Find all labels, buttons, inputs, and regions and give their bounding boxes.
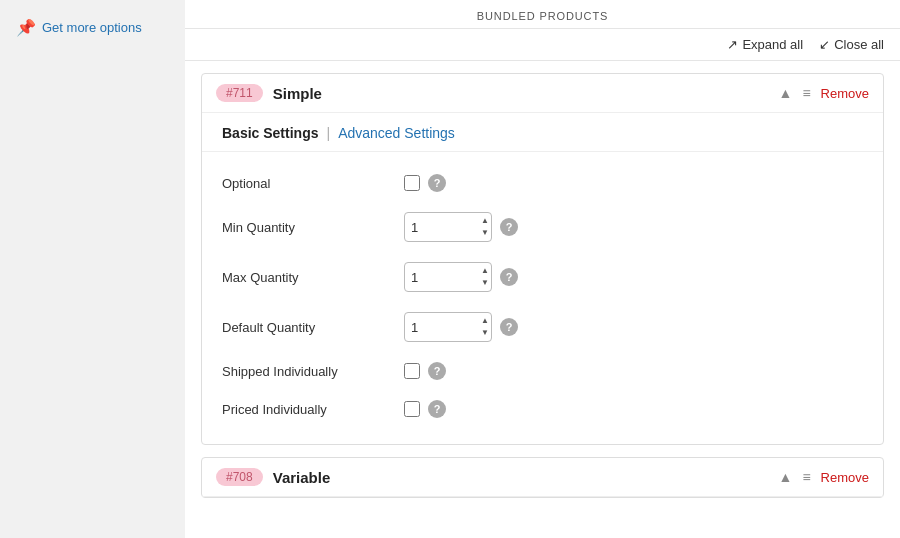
help-icon-default-quantity[interactable]: ? (500, 318, 518, 336)
sidebar: 📌 Get more options (0, 0, 185, 538)
control-priced-individually: ? (404, 400, 446, 418)
checkbox-optional[interactable] (404, 175, 420, 191)
field-row-default-quantity: Default Quantity ▲ ▼ ? (222, 302, 863, 352)
help-icon-max-quantity[interactable]: ? (500, 268, 518, 286)
checkbox-shipped-individually[interactable] (404, 363, 420, 379)
bundle-list: #711 Simple ▲ ≡ Remove Basic Settings | … (185, 61, 900, 538)
checkbox-priced-individually[interactable] (404, 401, 420, 417)
bundle-name-simple: Simple (273, 85, 769, 102)
settings-tabs-simple: Basic Settings | Advanced Settings (202, 113, 883, 152)
control-optional: ? (404, 174, 446, 192)
spinner-up-max[interactable]: ▲ (481, 265, 489, 277)
bundle-tag-711: #711 (216, 84, 263, 102)
label-optional: Optional (222, 176, 392, 191)
tab-basic-settings[interactable]: Basic Settings (222, 125, 318, 141)
expand-all-icon: ↗ (727, 37, 738, 52)
page-title: BUNDLED PRODUCTS (477, 10, 608, 22)
spinners-max: ▲ ▼ (481, 265, 489, 289)
tab-advanced-settings[interactable]: Advanced Settings (338, 125, 455, 141)
spinners-default: ▲ ▼ (481, 315, 489, 339)
input-default-quantity[interactable] (404, 312, 492, 342)
number-wrapper-min: ▲ ▼ (404, 212, 492, 242)
help-icon-priced-individually[interactable]: ? (428, 400, 446, 418)
header-actions-simple: ▲ ≡ Remove (779, 85, 869, 101)
field-row-shipped-individually: Shipped Individually ? (222, 352, 863, 390)
spinner-down-max[interactable]: ▼ (481, 277, 489, 289)
control-shipped-individually: ? (404, 362, 446, 380)
form-body-simple: Optional ? Min Quantity ▲ ▼ (202, 152, 883, 444)
sidebar-link-label: Get more options (42, 20, 142, 35)
remove-button-variable[interactable]: Remove (821, 470, 869, 485)
input-max-quantity[interactable] (404, 262, 492, 292)
control-max-quantity: ▲ ▼ ? (404, 262, 518, 292)
label-default-quantity: Default Quantity (222, 320, 392, 335)
number-wrapper-max: ▲ ▼ (404, 262, 492, 292)
spinners-min: ▲ ▼ (481, 215, 489, 239)
get-more-options-link[interactable]: 📌 Get more options (16, 18, 169, 37)
label-max-quantity: Max Quantity (222, 270, 392, 285)
field-row-max-quantity: Max Quantity ▲ ▼ ? (222, 252, 863, 302)
menu-icon-simple[interactable]: ≡ (802, 85, 810, 101)
menu-icon-variable[interactable]: ≡ (802, 469, 810, 485)
main-content: BUNDLED PRODUCTS ↗ Expand all ↙ Close al… (185, 0, 900, 538)
bundle-item-header-simple: #711 Simple ▲ ≡ Remove (202, 74, 883, 113)
spinner-down-min[interactable]: ▼ (481, 227, 489, 239)
field-row-priced-individually: Priced Individually ? (222, 390, 863, 428)
expand-all-label: Expand all (742, 37, 803, 52)
control-default-quantity: ▲ ▼ ? (404, 312, 518, 342)
label-min-quantity: Min Quantity (222, 220, 392, 235)
bundle-item-variable: #708 Variable ▲ ≡ Remove (201, 457, 884, 498)
label-shipped-individually: Shipped Individually (222, 364, 392, 379)
page-header: BUNDLED PRODUCTS (185, 0, 900, 29)
pin-icon: 📌 (16, 18, 36, 37)
help-icon-shipped-individually[interactable]: ? (428, 362, 446, 380)
number-wrapper-default: ▲ ▼ (404, 312, 492, 342)
remove-button-simple[interactable]: Remove (821, 86, 869, 101)
tab-divider: | (326, 125, 330, 141)
close-all-label: Close all (834, 37, 884, 52)
spinner-up-min[interactable]: ▲ (481, 215, 489, 227)
spinner-up-default[interactable]: ▲ (481, 315, 489, 327)
bundle-tag-708: #708 (216, 468, 263, 486)
control-min-quantity: ▲ ▼ ? (404, 212, 518, 242)
field-row-optional: Optional ? (222, 164, 863, 202)
help-icon-min-quantity[interactable]: ? (500, 218, 518, 236)
field-row-min-quantity: Min Quantity ▲ ▼ ? (222, 202, 863, 252)
move-up-icon-variable[interactable]: ▲ (779, 469, 793, 485)
move-up-icon-simple[interactable]: ▲ (779, 85, 793, 101)
input-min-quantity[interactable] (404, 212, 492, 242)
label-priced-individually: Priced Individually (222, 402, 392, 417)
close-all-button[interactable]: ↙ Close all (819, 37, 884, 52)
bundle-item-header-variable: #708 Variable ▲ ≡ Remove (202, 458, 883, 497)
close-all-icon: ↙ (819, 37, 830, 52)
expand-all-button[interactable]: ↗ Expand all (727, 37, 803, 52)
header-actions-variable: ▲ ≡ Remove (779, 469, 869, 485)
spinner-down-default[interactable]: ▼ (481, 327, 489, 339)
help-icon-optional[interactable]: ? (428, 174, 446, 192)
bundle-item-simple: #711 Simple ▲ ≡ Remove Basic Settings | … (201, 73, 884, 445)
bundle-name-variable: Variable (273, 469, 769, 486)
toolbar: ↗ Expand all ↙ Close all (185, 29, 900, 61)
